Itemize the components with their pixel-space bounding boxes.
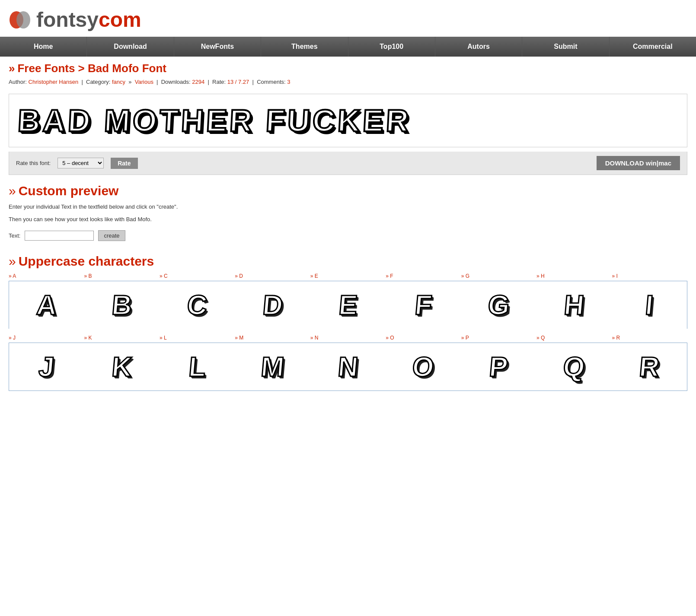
char-label-i: » I bbox=[612, 273, 687, 279]
char-g: G bbox=[486, 289, 511, 321]
logo-text-com: com bbox=[99, 8, 141, 32]
char-row1-labels: » A » B » C » D » E » F » G » H » I bbox=[9, 271, 687, 281]
char-cell-b: B bbox=[84, 281, 160, 329]
nav-newfonts[interactable]: NewFonts bbox=[174, 37, 261, 57]
char-label-j: » J bbox=[9, 335, 84, 341]
rate-label: Rate: bbox=[212, 79, 226, 85]
download-button[interactable]: DOWNLOAD win|mac bbox=[597, 156, 680, 170]
breadcrumb-arrow: » bbox=[9, 62, 15, 75]
char-cell-g: G bbox=[461, 281, 536, 329]
rate-select[interactable]: 1 – awful 2 – bad 3 – ok 4 – good 5 – de… bbox=[57, 158, 104, 168]
uppercase-arrow: » bbox=[9, 254, 16, 268]
char-cell-l: L bbox=[160, 343, 235, 391]
char-p: P bbox=[488, 351, 509, 383]
category-sub-link[interactable]: Various bbox=[135, 79, 153, 85]
category-link[interactable]: fancy bbox=[112, 79, 125, 85]
char-row1: A B C D E F G H I bbox=[9, 281, 687, 329]
nav-themes[interactable]: Themes bbox=[261, 37, 348, 57]
uppercase-heading: Uppercase characters bbox=[19, 254, 154, 268]
breadcrumb-separator: > bbox=[75, 62, 88, 75]
breadcrumb-free-fonts[interactable]: Free Fonts bbox=[17, 62, 75, 75]
char-cell-e: E bbox=[310, 281, 386, 329]
nav-autors[interactable]: Autors bbox=[435, 37, 522, 57]
char-cell-o: O bbox=[386, 343, 461, 391]
char-label-m: » M bbox=[235, 335, 310, 341]
char-cell-c: C bbox=[160, 281, 235, 329]
category-label: Category: bbox=[86, 79, 110, 85]
author-label: Author: bbox=[9, 79, 27, 85]
char-label-p: » P bbox=[461, 335, 536, 341]
char-label-o: » O bbox=[386, 335, 461, 341]
char-cell-i: I bbox=[612, 281, 687, 329]
char-cell-k: K bbox=[84, 343, 160, 391]
char-label-r: » R bbox=[612, 335, 687, 341]
char-f: F bbox=[413, 289, 433, 321]
char-label-f: » F bbox=[386, 273, 461, 279]
downloads-label: Downloads: bbox=[161, 79, 191, 85]
rate-font-label: Rate this font: bbox=[16, 160, 51, 166]
char-l: L bbox=[188, 351, 208, 383]
char-c: C bbox=[186, 289, 209, 321]
char-d: D bbox=[261, 289, 284, 321]
logo-icon bbox=[9, 9, 33, 31]
char-label-n: » N bbox=[310, 335, 386, 341]
char-label-d: » D bbox=[235, 273, 310, 279]
breadcrumb: »Free Fonts > Bad Mofo Font bbox=[0, 57, 696, 77]
char-label-a: » A bbox=[9, 273, 84, 279]
uppercase-section: » A » B » C » D » E » F » G » H » I A B … bbox=[0, 271, 696, 391]
char-label-k: » K bbox=[84, 335, 159, 341]
char-cell-q: Q bbox=[536, 343, 612, 391]
font-preview-box: BAD MOTHER FUCKER bbox=[9, 94, 687, 147]
header: fontsycom bbox=[0, 0, 696, 37]
char-row2: J K L M N O P Q R bbox=[9, 343, 687, 391]
custom-preview-heading: Custom preview bbox=[19, 184, 119, 198]
char-label-l: » L bbox=[160, 335, 235, 341]
rate-button[interactable]: Rate bbox=[111, 158, 137, 169]
font-preview-text: BAD MOTHER FUCKER bbox=[17, 103, 412, 138]
nav-home[interactable]: Home bbox=[0, 37, 87, 57]
char-label-h: » H bbox=[536, 273, 612, 279]
char-label-e: » E bbox=[310, 273, 386, 279]
text-label: Text: bbox=[9, 232, 20, 239]
char-label-b: » B bbox=[84, 273, 159, 279]
font-meta: Author: Christopher Hansen | Category: f… bbox=[0, 77, 696, 89]
comments-count: 3 bbox=[287, 79, 290, 85]
navigation: Home Download NewFonts Themes Top100 Aut… bbox=[0, 37, 696, 57]
char-cell-p: P bbox=[461, 343, 536, 391]
char-cell-n: N bbox=[310, 343, 386, 391]
uppercase-title: »Uppercase characters bbox=[0, 245, 696, 271]
nav-commercial[interactable]: Commercial bbox=[610, 37, 696, 57]
char-label-g: » G bbox=[461, 273, 536, 279]
char-n: N bbox=[337, 351, 360, 383]
downloads-count: 2294 bbox=[192, 79, 204, 85]
char-label-c: » C bbox=[160, 273, 235, 279]
create-button[interactable]: create bbox=[98, 230, 125, 241]
char-b: B bbox=[111, 289, 134, 321]
char-cell-f: F bbox=[386, 281, 461, 329]
char-o: O bbox=[411, 351, 435, 383]
char-cell-j: J bbox=[9, 343, 84, 391]
char-cell-h: H bbox=[536, 281, 612, 329]
logo-text-fontsy: fontsy bbox=[36, 8, 99, 32]
custom-preview-desc1: Enter your individual Text in the textfi… bbox=[0, 201, 696, 213]
char-cell-r: R bbox=[612, 343, 687, 391]
char-e: E bbox=[337, 289, 358, 321]
nav-submit[interactable]: Submit bbox=[522, 37, 609, 57]
author-link[interactable]: Christopher Hansen bbox=[29, 79, 79, 85]
char-k: K bbox=[111, 351, 134, 383]
char-h: H bbox=[562, 289, 585, 321]
svg-point-1 bbox=[16, 11, 30, 29]
char-label-q: » Q bbox=[536, 335, 612, 341]
breadcrumb-font-name: Bad Mofo Font bbox=[88, 62, 166, 75]
char-row2-labels: » J » K » L » M » N » O » P » Q » R bbox=[9, 333, 687, 343]
char-a: A bbox=[35, 289, 58, 321]
char-j: J bbox=[38, 351, 56, 383]
char-r: R bbox=[638, 351, 661, 383]
char-cell-m: M bbox=[235, 343, 310, 391]
char-i: I bbox=[644, 289, 654, 321]
nav-top100[interactable]: Top100 bbox=[348, 37, 435, 57]
char-m: M bbox=[260, 351, 286, 383]
custom-text-input[interactable] bbox=[25, 231, 94, 241]
nav-download[interactable]: Download bbox=[87, 37, 174, 57]
custom-preview-form: Text: create bbox=[0, 226, 696, 245]
